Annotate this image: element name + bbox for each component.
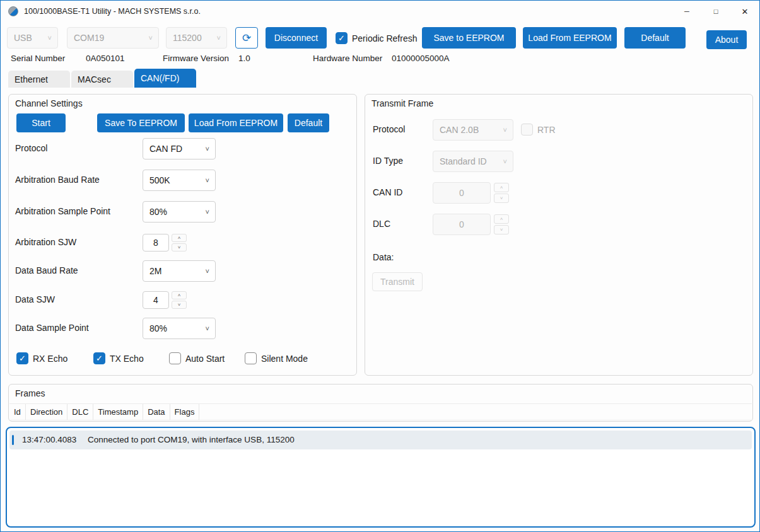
rtr-checkbox[interactable]: ✓ RTR [521, 124, 556, 136]
id-type-label: ID Type [373, 156, 403, 166]
column-header-id[interactable]: Id [9, 404, 26, 420]
decrement-button[interactable]: ˅ [494, 194, 509, 203]
chevron-down-icon: ˅ [206, 176, 209, 184]
channel-save-eeprom-button[interactable]: Save To EEPROM [97, 113, 185, 132]
close-button[interactable]: ✕ [730, 1, 759, 22]
channel-settings-group: Channel Settings Start Save To EEPROM Lo… [8, 94, 357, 376]
tx-echo-checkbox[interactable]: ✓ TX Echo [93, 352, 144, 364]
chevron-down-icon: ˅ [149, 34, 153, 42]
column-header-timestamp[interactable]: Timestamp [93, 404, 143, 420]
chevron-down-icon: ˅ [500, 195, 503, 201]
chevron-down-icon: ˅ [503, 158, 507, 165]
transmit-button[interactable]: Transmit [372, 272, 423, 291]
disconnect-button[interactable]: Disconnect [266, 27, 327, 49]
increment-button[interactable]: ˄ [494, 214, 509, 224]
channel-settings-title: Channel Settings [15, 98, 83, 108]
column-header-data[interactable]: Data [143, 404, 170, 420]
dlc-input[interactable] [433, 214, 491, 235]
arbitration-baud-rate-label: Arbitration Baud Rate [15, 175, 100, 185]
decrement-button[interactable]: ˅ [172, 243, 187, 252]
id-type-select[interactable]: Standard ID ˅ [433, 151, 513, 172]
increment-button[interactable]: ˄ [494, 183, 509, 192]
checkbox-icon: ✓ [16, 352, 28, 364]
window-title: 100/1000BASE-T1 Utility - MACH SYSTEMS s… [24, 7, 201, 16]
baudrate-select-value: 115200 [173, 33, 202, 43]
periodic-refresh-checkbox[interactable]: ✓ Periodic Refresh [336, 32, 418, 44]
chevron-down-icon: ˅ [500, 227, 503, 233]
com-port-select[interactable]: COM19 ˅ [67, 27, 159, 49]
checkbox-icon: ✓ [245, 352, 257, 364]
tab-macsec[interactable]: MACsec [71, 71, 133, 88]
maximize-button[interactable]: □ [701, 1, 730, 22]
arbitration-sjw-stepper: ˄ ˅ [143, 234, 187, 252]
periodic-refresh-label: Periodic Refresh [352, 33, 418, 43]
protocol-label: Protocol [15, 143, 47, 153]
minimize-icon: ─ [684, 8, 689, 15]
save-to-eeprom-button[interactable]: Save to EEPROM [422, 27, 516, 49]
firmware-version-label: Firmware Version [163, 54, 229, 63]
arbitration-sample-point-label: Arbitration Sample Point [15, 206, 110, 216]
spinner-buttons: ˄ ˅ [172, 234, 187, 252]
chevron-up-icon: ˄ [500, 185, 503, 190]
app-logo-icon [8, 6, 18, 16]
chevron-down-icon: ˅ [206, 267, 209, 275]
channel-default-button[interactable]: Default [288, 113, 329, 132]
data-baud-rate-select[interactable]: 2M ˅ [143, 260, 216, 282]
spinner-buttons: ˄ ˅ [172, 291, 187, 309]
check-icon: ✓ [96, 354, 103, 362]
load-from-eeprom-button[interactable]: Load From EEPROM [523, 27, 617, 49]
check-icon: ✓ [19, 354, 26, 362]
checkbox-icon: ✓ [521, 124, 533, 136]
tab-can-fd[interactable]: CAN(/FD) [134, 69, 196, 88]
refresh-button[interactable]: ⟳ [235, 27, 258, 49]
device-info-row: Serial Number 0A050101 Firmware Version … [1, 54, 759, 65]
checkbox-icon: ✓ [169, 352, 181, 364]
log-entry[interactable]: 13:47:00.4083 Connected to port COM19, w… [9, 431, 752, 449]
tx-protocol-select[interactable]: CAN 2.0B ˅ [433, 119, 513, 141]
can-id-input[interactable] [433, 182, 491, 204]
rx-echo-checkbox[interactable]: ✓ RX Echo [16, 352, 67, 364]
protocol-select[interactable]: CAN FD ˅ [143, 138, 216, 159]
tab-ethernet[interactable]: Ethernet [8, 71, 70, 88]
dlc-label: DLC [373, 219, 390, 229]
decrement-button[interactable]: ˅ [494, 225, 509, 234]
start-button[interactable]: Start [16, 113, 66, 132]
chevron-down-icon: ˅ [217, 34, 221, 42]
arbitration-baud-rate-select[interactable]: 500K ˅ [143, 170, 216, 191]
checkbox-icon: ✓ [93, 352, 105, 364]
chevron-up-icon: ˄ [178, 235, 181, 241]
minimize-button[interactable]: ─ [672, 1, 701, 22]
chevron-down-icon: ˅ [206, 208, 209, 216]
increment-button[interactable]: ˄ [172, 234, 187, 242]
silent-mode-label: Silent Mode [261, 354, 308, 364]
default-button[interactable]: Default [624, 27, 686, 49]
interface-select[interactable]: USB ˅ [7, 27, 58, 49]
silent-mode-checkbox[interactable]: ✓ Silent Mode [245, 352, 308, 364]
data-sample-point-select[interactable]: 80% ˅ [143, 318, 216, 339]
arbitration-sample-point-value: 80% [149, 207, 167, 217]
column-header-direction[interactable]: Direction [26, 404, 67, 420]
increment-button[interactable]: ˄ [172, 291, 187, 299]
baudrate-select[interactable]: 115200 ˅ [166, 27, 227, 49]
chevron-down-icon: ˅ [503, 126, 507, 134]
transmit-frame-title: Transmit Frame [371, 98, 433, 108]
auto-start-checkbox[interactable]: ✓ Auto Start [169, 352, 225, 364]
channel-load-eeprom-button[interactable]: Load From EEPROM [189, 113, 283, 132]
column-header-dlc[interactable]: DLC [67, 404, 93, 420]
data-sjw-input[interactable] [143, 291, 169, 309]
column-header-flags[interactable]: Flags [170, 404, 200, 420]
arbitration-sjw-input[interactable] [143, 234, 169, 252]
arbitration-sjw-label: Arbitration SJW [15, 237, 76, 247]
about-button[interactable]: About [706, 30, 747, 49]
can-id-spinner: ˄ ˅ [494, 183, 509, 203]
hardware-number-value: 01000005000A [392, 54, 450, 63]
data-sjw-stepper: ˄ ˅ [143, 291, 187, 309]
arbitration-sample-point-select[interactable]: 80% ˅ [143, 201, 216, 223]
toolbar: USB ˅ COM19 ˅ 115200 ˅ ⟳ Disconnect ✓ Pe… [1, 27, 759, 52]
tab-bar: Ethernet MACsec CAN(/FD) [8, 69, 197, 88]
frames-title: Frames [15, 388, 45, 398]
decrement-button[interactable]: ˅ [172, 301, 187, 309]
log-list[interactable]: 13:47:00.4083 Connected to port COM19, w… [6, 427, 756, 528]
refresh-icon: ⟳ [242, 32, 251, 45]
tx-protocol-value: CAN 2.0B [440, 125, 479, 135]
